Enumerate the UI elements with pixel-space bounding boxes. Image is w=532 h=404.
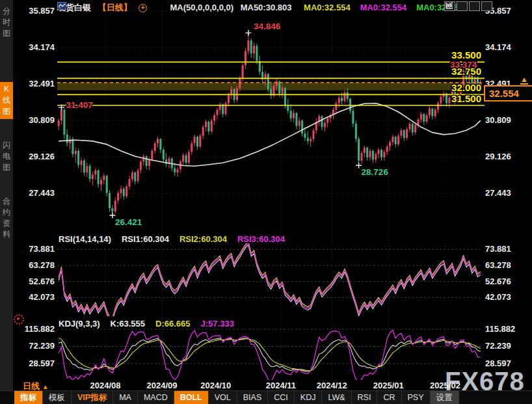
y-axis-label: 63.278 bbox=[485, 260, 527, 270]
chart-header: 现货白银 【日线】 + MA(50,0,0,0,0,0) MA50:30.803… bbox=[57, 2, 467, 12]
toolbar-button-2[interactable]: VIP指标 bbox=[72, 391, 113, 404]
sidebar-tab-2[interactable]: 闪电图 bbox=[0, 138, 13, 175]
sidebar-tab-1[interactable]: K线图 bbox=[0, 82, 13, 119]
x-axis-label: 2024/09 bbox=[147, 381, 178, 390]
toolbar-button-6[interactable]: VOL bbox=[209, 391, 237, 404]
sidebar-tab-0[interactable]: 分时图 bbox=[0, 4, 13, 41]
toolbar-button-11[interactable]: RSI bbox=[352, 391, 378, 404]
toolbar-button-5[interactable]: BOLL bbox=[174, 391, 209, 404]
y-axis-label: 27.443 bbox=[485, 188, 527, 198]
ma-item-1: MA0:32.554 bbox=[360, 3, 407, 12]
x-axis-label: 2025/01 bbox=[373, 381, 404, 390]
y-axis-label: 73.881 bbox=[485, 244, 527, 254]
left-sidebar: 分时图K线图闪电图合约资料 bbox=[0, 0, 13, 404]
toolbar-button-12[interactable]: CR bbox=[377, 391, 401, 404]
y-axis-label: 52.676 bbox=[18, 276, 55, 286]
y-axis-label: 34.174 bbox=[485, 42, 527, 52]
y-axis-label: 42.073 bbox=[18, 292, 55, 302]
sidebar-tab-3[interactable]: 合约资料 bbox=[0, 194, 13, 242]
svg-text:34.846: 34.846 bbox=[254, 21, 281, 31]
indicator-toolbar: 指标模板VIP指标MAMACDBOLLVOLBIASCCIKDJLW&RSICR… bbox=[0, 390, 532, 404]
current-price-tag[interactable]: 32.554 bbox=[484, 85, 532, 101]
y-axis-label: 30.809 bbox=[18, 115, 55, 125]
ma-value-labels: MA0:32.554MA0:32.554MA0:32.55 bbox=[299, 3, 462, 12]
kdj-item-0: K:63.555 bbox=[111, 319, 145, 329]
y-axis-label: 72.239 bbox=[485, 341, 527, 351]
y-axis-label: 115.882 bbox=[485, 324, 527, 334]
x-axis-label: 2024/08 bbox=[90, 381, 121, 390]
svg-text:31.500: 31.500 bbox=[451, 93, 481, 104]
y-axis-label: 63.278 bbox=[18, 260, 55, 270]
toolbar-button-14[interactable]: 设置 bbox=[431, 391, 459, 404]
y-axis-label: 29.126 bbox=[18, 152, 55, 161]
kdj-item-2: J:57.333 bbox=[201, 319, 234, 329]
record-indicator-icon bbox=[14, 314, 24, 325]
toolbar-button-7[interactable]: BIAS bbox=[237, 391, 269, 404]
toolbar-button-4[interactable]: MACD bbox=[138, 391, 174, 404]
y-axis-label: 42.073 bbox=[485, 292, 527, 302]
rsi-item-1: RSI2:60.304 bbox=[180, 234, 227, 244]
ma50-value-label: MA50:30.803 bbox=[241, 3, 292, 12]
price-alert-icon[interactable]: ▲ bbox=[519, 75, 529, 85]
x-axis-label: 2025/02 bbox=[430, 381, 460, 390]
y-axis-label: 73.881 bbox=[18, 244, 55, 254]
x-axis-row: 日线 ▲ 2024/082024/092024/102024/112024/12… bbox=[0, 381, 532, 390]
x-axis-label: 2024/11 bbox=[266, 381, 296, 390]
pan-right-icon[interactable] bbox=[481, 1, 492, 11]
toolbar-button-1[interactable]: 模板 bbox=[43, 391, 72, 404]
kdj-legend: KDJ(9,3,3)K:63.555D:66.665J:57.333 bbox=[59, 319, 245, 329]
mini-chart-icon bbox=[154, 5, 163, 12]
svg-text:33.374: 33.374 bbox=[450, 60, 477, 70]
x-axis-label: 2024/12 bbox=[317, 381, 347, 390]
rsi-formula-label: RSI(14,14,14) bbox=[59, 234, 111, 244]
ma-item-0: MA0:32.554 bbox=[304, 3, 351, 12]
chart-canvas[interactable]: 33.50032.75032.00031.50031.40726.42134.8… bbox=[0, 0, 532, 404]
fit-y-axis-icon[interactable] bbox=[457, 1, 468, 11]
toolbar-button-9[interactable]: KDJ bbox=[295, 391, 323, 404]
y-axis-label: 30.809 bbox=[485, 115, 527, 125]
rsi-item-2: RSI3:60.304 bbox=[237, 234, 285, 244]
svg-text:28.726: 28.726 bbox=[362, 167, 389, 177]
add-overlay-icon[interactable]: + bbox=[139, 4, 147, 12]
rsi-legend: RSI(14,14,14)RSI1:60.304RSI2:60.304RSI3:… bbox=[59, 234, 295, 244]
toolbar-button-10[interactable]: LW& bbox=[322, 391, 351, 404]
y-axis-label: 72.239 bbox=[18, 341, 55, 351]
svg-text:26.421: 26.421 bbox=[115, 217, 142, 227]
y-axis-label: 28.597 bbox=[18, 358, 55, 368]
svg-text:31.407: 31.407 bbox=[66, 100, 93, 110]
ma-formula-label: MA(50,0,0,0,0,0) bbox=[170, 3, 234, 12]
kdj-item-1: D:66.665 bbox=[155, 319, 190, 329]
y-axis-label: 35.857 bbox=[18, 6, 55, 16]
toolbar-button-0[interactable]: 指标 bbox=[14, 391, 43, 404]
svg-text:32.000: 32.000 bbox=[451, 82, 481, 93]
period-tag[interactable]: 【日线】 bbox=[98, 3, 132, 12]
y-axis-label: 29.126 bbox=[485, 152, 527, 161]
y-axis-label: 32.491 bbox=[18, 79, 55, 88]
y-axis-label: 52.676 bbox=[485, 276, 527, 286]
kdj-formula-label: KDJ(9,3,3) bbox=[59, 319, 100, 329]
trading-app-window: 33.50032.75032.00031.50031.40726.42134.8… bbox=[0, 0, 532, 404]
rsi-item-0: RSI1:60.304 bbox=[122, 234, 169, 244]
fit-x-axis-icon[interactable] bbox=[469, 1, 480, 11]
y-axis-label: 27.443 bbox=[18, 188, 55, 198]
toolbar-button-13[interactable]: PSY bbox=[402, 391, 431, 404]
x-axis-label: 2024/10 bbox=[200, 381, 231, 390]
toolbar-button-3[interactable]: MA bbox=[113, 391, 138, 404]
y-axis-label: 115.882 bbox=[18, 324, 55, 334]
chart-toolbar-icons bbox=[444, 1, 492, 11]
toolbar-button-8[interactable]: CCI bbox=[268, 391, 295, 404]
y-axis-label: 34.174 bbox=[18, 42, 55, 52]
